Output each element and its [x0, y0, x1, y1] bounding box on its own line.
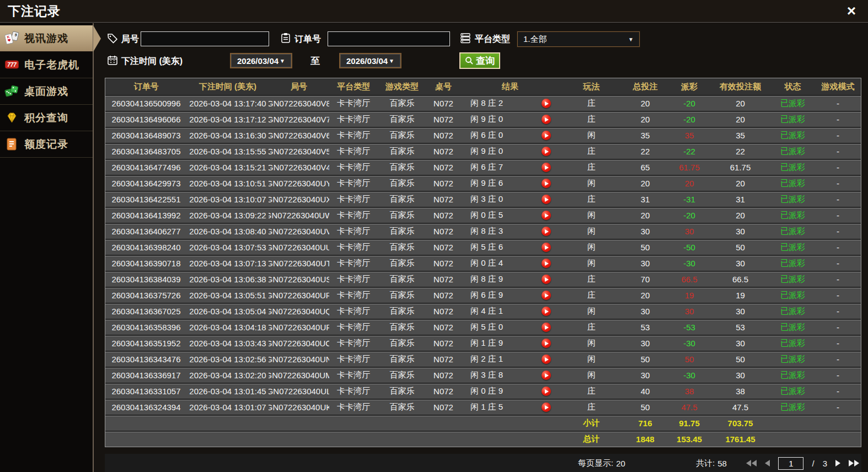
sidebar-item-live-games[interactable]: 9 K 视讯游戏	[0, 25, 93, 52]
window-titlebar: 下注记录 ×	[0, 0, 868, 23]
replay-play-icon[interactable]	[542, 339, 551, 348]
cell-game-no: GN072263040UL	[269, 384, 329, 399]
replay-play-icon[interactable]	[542, 387, 551, 396]
table-row: 2603041363907182026-03-04 13:07:13GN0722…	[105, 255, 861, 271]
cell-order-id: 260304136483705	[105, 144, 187, 159]
cell-platform: 卡卡湾厅	[329, 304, 378, 319]
cell-valid-bet: 53	[711, 320, 769, 335]
tag-icon	[107, 33, 118, 44]
cell-payout: 47.5	[667, 400, 711, 415]
cell-total-bet: 50	[623, 352, 667, 367]
cell-play: 庄	[560, 144, 623, 159]
replay-play-icon[interactable]	[542, 275, 551, 284]
order-no-label: 订单号	[294, 31, 321, 47]
cell-game-type: 百家乐	[378, 272, 426, 287]
cell-valid-bet: 31	[711, 192, 769, 207]
cell-total-bet: 50	[623, 400, 667, 415]
cell-game-mode: -	[816, 176, 860, 191]
replay-play-icon[interactable]	[542, 147, 551, 156]
replay-play-icon[interactable]	[542, 131, 551, 140]
replay-play-icon[interactable]	[542, 115, 551, 124]
col-header-table-no: 桌号	[426, 78, 460, 95]
cell-game-no: GN072263040UX	[269, 192, 329, 207]
col-header-game-mode: 游戏模式	[816, 78, 860, 95]
cell-bet-time: 2026-03-04 13:17:40	[187, 96, 269, 111]
replay-play-icon[interactable]	[542, 371, 551, 380]
cell-valid-bet: 35	[711, 128, 769, 143]
chevron-down-icon: ▼	[389, 58, 394, 64]
cell-game-no: GN072263040UW	[269, 208, 329, 223]
pagination-controls: / 3	[746, 454, 859, 472]
replay-play-icon[interactable]	[542, 243, 551, 252]
cell-status: 已派彩	[769, 128, 816, 143]
cell-bet-time: 2026-03-04 13:03:43	[187, 336, 269, 351]
cell-game-no: GN072263040UO	[269, 336, 329, 351]
cell-game-type: 百家乐	[378, 336, 426, 351]
cell-game-mode: -	[816, 384, 860, 399]
replay-play-icon[interactable]	[542, 195, 551, 204]
cell-order-id: 260304136367025	[105, 304, 187, 319]
cell-platform: 卡卡湾厅	[329, 128, 378, 143]
date-to-picker[interactable]: 2026/03/04 ▼	[339, 53, 401, 68]
cell-status: 已派彩	[769, 272, 816, 287]
replay-play-icon[interactable]	[542, 291, 551, 300]
sidebar-item-slots[interactable]: 777 电子老虎机	[0, 52, 93, 78]
replay-play-icon[interactable]	[542, 179, 551, 188]
cell-order-id: 260304136477496	[105, 160, 187, 175]
sidebar-item-points-query[interactable]: 积分查询	[0, 105, 93, 131]
cell-status: 已派彩	[769, 144, 816, 159]
cell-result: 闲 8 庄 2	[460, 96, 560, 111]
cell-game-mode: -	[816, 336, 860, 351]
search-button[interactable]: 查询	[459, 52, 500, 69]
cell-platform: 卡卡湾厅	[329, 384, 378, 399]
sidebar-item-table-games[interactable]: 桌面游戏	[0, 78, 93, 105]
replay-play-icon[interactable]	[542, 227, 551, 236]
cell-game-mode: -	[816, 400, 860, 415]
cell-bet-time: 2026-03-04 13:01:45	[187, 384, 269, 399]
result-text: 闲 6 庄 7	[470, 162, 503, 173]
replay-play-icon[interactable]	[542, 163, 551, 172]
table-row: 2603041363369172026-03-04 13:02:20GN0722…	[105, 367, 861, 383]
replay-play-icon[interactable]	[542, 323, 551, 332]
previous-page-button[interactable]	[765, 460, 770, 466]
platform-type-select[interactable]: 1.全部 ▼	[517, 31, 640, 47]
cell-result: 闲 0 庄 5	[460, 208, 560, 223]
cell-valid-bet: 30	[711, 336, 769, 351]
game-no-input[interactable]	[141, 31, 269, 46]
replay-play-icon[interactable]	[542, 99, 551, 108]
order-no-input[interactable]	[328, 31, 450, 46]
date-from-picker[interactable]: 2026/03/04 ▼	[230, 53, 292, 68]
cell-total-bet: 70	[623, 272, 667, 287]
cell-total-bet: 30	[623, 336, 667, 351]
replay-play-icon[interactable]	[542, 211, 551, 220]
replay-play-icon[interactable]	[542, 403, 551, 412]
cell-game-mode: -	[816, 352, 860, 367]
col-header-valid-bet: 有效投注额	[711, 78, 769, 95]
last-page-button[interactable]	[849, 460, 859, 466]
sidebar-item-credit-records[interactable]: 额度记录	[0, 131, 93, 158]
cell-bet-time: 2026-03-04 13:17:12	[187, 112, 269, 127]
table-row: 2603041363310572026-03-04 13:01:45GN0722…	[105, 383, 861, 399]
close-icon[interactable]: ×	[847, 2, 856, 20]
cell-result: 闲 9 庄 0	[460, 144, 560, 159]
cell-table-no: N072	[426, 240, 460, 255]
cell-payout: 66.5	[667, 272, 711, 287]
cell-valid-bet: 38	[711, 384, 769, 399]
first-page-button[interactable]	[746, 460, 757, 466]
cell-status: 已派彩	[769, 176, 816, 191]
replay-play-icon[interactable]	[542, 355, 551, 364]
cell-order-id: 260304136429973	[105, 176, 187, 191]
diamond-icon	[4, 110, 19, 125]
cell-game-no: GN072263040UM	[269, 368, 329, 383]
cell-total-bet: 31	[623, 192, 667, 207]
replay-play-icon[interactable]	[542, 259, 551, 268]
next-page-button[interactable]	[835, 460, 840, 466]
cell-play: 闲	[560, 176, 623, 191]
cell-valid-bet: 20	[711, 96, 769, 111]
result-text: 闲 8 庄 3	[470, 226, 503, 237]
cell-game-type: 百家乐	[378, 208, 426, 223]
cell-payout: -31	[667, 192, 711, 207]
page-number-input[interactable]	[778, 457, 803, 470]
replay-play-icon[interactable]	[542, 307, 551, 316]
cell-payout: -30	[667, 368, 711, 383]
